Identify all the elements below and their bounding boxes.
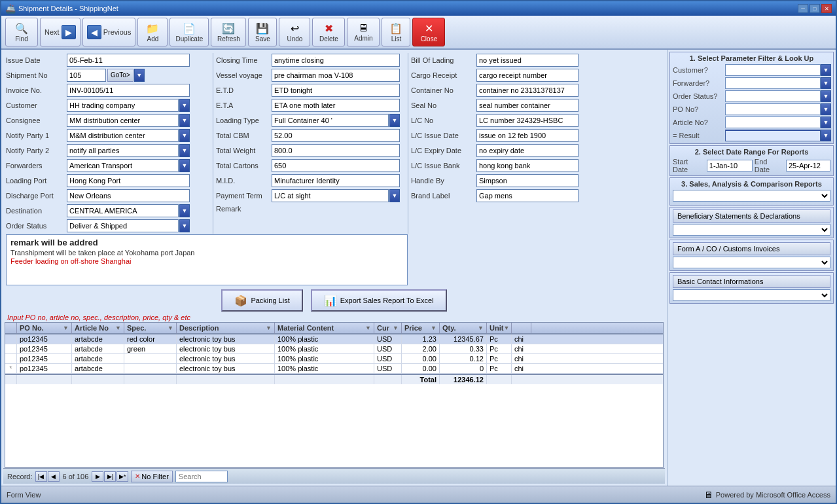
nav-prev-btn[interactable]: ◀ <box>48 471 60 482</box>
nav-new-btn[interactable]: ▶* <box>116 471 128 482</box>
minimize-btn[interactable]: ─ <box>798 4 808 13</box>
cargo-receipt-input[interactable] <box>476 69 579 82</box>
th-material-content[interactable]: Material Content▼ <box>275 323 374 333</box>
bill-of-lading-input[interactable] <box>476 54 579 67</box>
rp-pono-input[interactable] <box>725 103 821 115</box>
customer-dropdown[interactable]: ▼ <box>179 99 190 112</box>
vessel-voyage-input[interactable] <box>272 69 400 82</box>
forwarders-input[interactable] <box>67 159 179 172</box>
brand-label-input[interactable] <box>476 189 579 202</box>
rp-articleno-input[interactable] <box>725 117 821 128</box>
destination-dropdown[interactable]: ▼ <box>179 204 190 217</box>
loading-port-input[interactable] <box>67 174 190 187</box>
refresh-button[interactable]: 🔄 Refresh <box>211 18 246 46</box>
th-chi[interactable] <box>512 323 531 333</box>
rp-orderstatus-input[interactable] <box>725 90 821 102</box>
seal-no-input[interactable] <box>476 99 579 112</box>
lc-expiry-date-input[interactable] <box>476 144 579 157</box>
th-qty[interactable]: Qty.▼ <box>440 323 487 333</box>
packing-list-button[interactable]: 📦 List Packing List <box>221 289 302 312</box>
previous-button[interactable]: ◀ Previous <box>82 18 136 46</box>
notify1-dropdown[interactable]: ▼ <box>179 129 190 142</box>
table-row-2[interactable]: po12345 artabcde green electronic toy bu… <box>5 344 663 354</box>
table-row-3[interactable]: po12345 artabcde electronic toy bus 100%… <box>5 354 663 364</box>
payment-term-dropdown[interactable]: ▼ <box>389 189 400 202</box>
eta-input[interactable] <box>272 99 400 112</box>
forma-btn[interactable]: Form A / CO / Customs Invoices <box>673 242 830 255</box>
issue-date-input[interactable] <box>67 54 190 67</box>
rp-result-input[interactable] <box>725 130 821 141</box>
admin-button[interactable]: 🖥 Admin <box>347 18 380 46</box>
next-button[interactable]: Next ▶ <box>40 18 80 46</box>
table-row-1[interactable]: po12345 artabcde red color electronic to… <box>5 334 663 344</box>
no-filter-btn[interactable]: ✕ No Filter <box>131 471 173 482</box>
payment-term-input[interactable] <box>272 189 389 202</box>
th-article-no[interactable]: Article No▼ <box>72 323 124 333</box>
closing-time-input[interactable] <box>272 54 400 67</box>
lc-issue-date-input[interactable] <box>476 129 579 142</box>
shipment-no-input[interactable] <box>67 69 106 82</box>
container-no-input[interactable] <box>476 84 579 97</box>
shipment-dropdown[interactable]: ▼ <box>134 69 145 82</box>
forwarders-dropdown[interactable]: ▼ <box>179 159 190 172</box>
nav-next-btn[interactable]: ▶ <box>92 471 103 482</box>
start-date-input[interactable] <box>707 160 753 171</box>
loading-type-dropdown[interactable]: ▼ <box>389 114 400 127</box>
save-button[interactable]: 💾 Save <box>248 18 277 46</box>
total-cbm-input[interactable] <box>272 129 400 142</box>
rp-forwarder-dropdown[interactable]: ▼ <box>821 77 831 89</box>
th-po-no[interactable]: PO No.▼ <box>17 323 72 333</box>
find-button[interactable]: 🔍 Find <box>5 18 38 46</box>
delete-button[interactable]: ✖ Delete <box>312 18 345 46</box>
beneficiary-btn[interactable]: Beneficiary Statements & Declarations <box>673 209 830 223</box>
export-sales-button[interactable]: 📊 Export Sales Report To Excel <box>311 289 447 312</box>
close-button[interactable]: ✕ Close <box>412 18 445 46</box>
end-date-input[interactable] <box>786 160 830 171</box>
nav-first-btn[interactable]: |◀ <box>35 471 47 482</box>
loading-type-input[interactable] <box>272 114 389 127</box>
rp-orderstatus-dropdown[interactable]: ▼ <box>821 90 831 102</box>
consignee-input[interactable] <box>67 114 179 127</box>
notify1-input[interactable] <box>67 129 179 142</box>
notify2-dropdown[interactable]: ▼ <box>179 144 190 157</box>
th-spec[interactable]: Spec.▼ <box>124 323 177 333</box>
contact-btn[interactable]: Basic Contact Informations <box>673 275 830 288</box>
undo-button[interactable]: ↩ Undo <box>279 18 310 46</box>
rp-customer-input[interactable] <box>725 64 821 76</box>
th-description[interactable]: Description▼ <box>177 323 275 333</box>
mid-input[interactable] <box>272 174 400 187</box>
rp-forwarder-input[interactable] <box>725 77 821 89</box>
notify2-input[interactable] <box>67 144 179 157</box>
forma-select[interactable] <box>673 257 830 268</box>
search-input[interactable] <box>175 471 228 482</box>
list-button[interactable]: 📋 List <box>382 18 410 46</box>
add-button[interactable]: 📁 Add <box>137 18 168 46</box>
th-price[interactable]: Price▼ <box>402 323 440 333</box>
order-status-input[interactable] <box>67 219 179 232</box>
maximize-btn[interactable]: □ <box>810 4 820 13</box>
section3-select[interactable] <box>673 190 830 202</box>
th-cur[interactable]: Cur▼ <box>374 323 402 333</box>
rp-customer-dropdown[interactable]: ▼ <box>821 64 831 76</box>
order-status-dropdown[interactable]: ▼ <box>179 219 190 232</box>
etd-input[interactable] <box>272 84 400 97</box>
discharge-port-input[interactable] <box>67 189 190 202</box>
table-row-4[interactable]: * po12345 artabcde electronic toy bus 10… <box>5 364 663 374</box>
rp-articleno-dropdown[interactable]: ▼ <box>821 117 831 128</box>
customer-input[interactable] <box>67 99 179 112</box>
duplicate-button[interactable]: 📄 Duplicate <box>169 18 209 46</box>
close-window-btn[interactable]: ✕ <box>821 4 832 13</box>
rp-result-dropdown[interactable]: ▼ <box>821 130 831 141</box>
handle-by-input[interactable] <box>476 174 579 187</box>
nav-last-btn[interactable]: ▶| <box>104 471 116 482</box>
rp-pono-dropdown[interactable]: ▼ <box>821 103 831 115</box>
invoice-no-input[interactable] <box>67 84 190 97</box>
destination-input[interactable] <box>67 204 179 217</box>
lc-no-input[interactable] <box>476 114 579 127</box>
total-cartons-input[interactable] <box>272 159 400 172</box>
goto-button[interactable]: GoTo> <box>107 69 134 82</box>
contact-select[interactable] <box>673 289 830 301</box>
lc-issue-bank-input[interactable] <box>476 159 579 172</box>
consignee-dropdown[interactable]: ▼ <box>179 114 190 127</box>
beneficiary-select[interactable] <box>673 224 830 236</box>
